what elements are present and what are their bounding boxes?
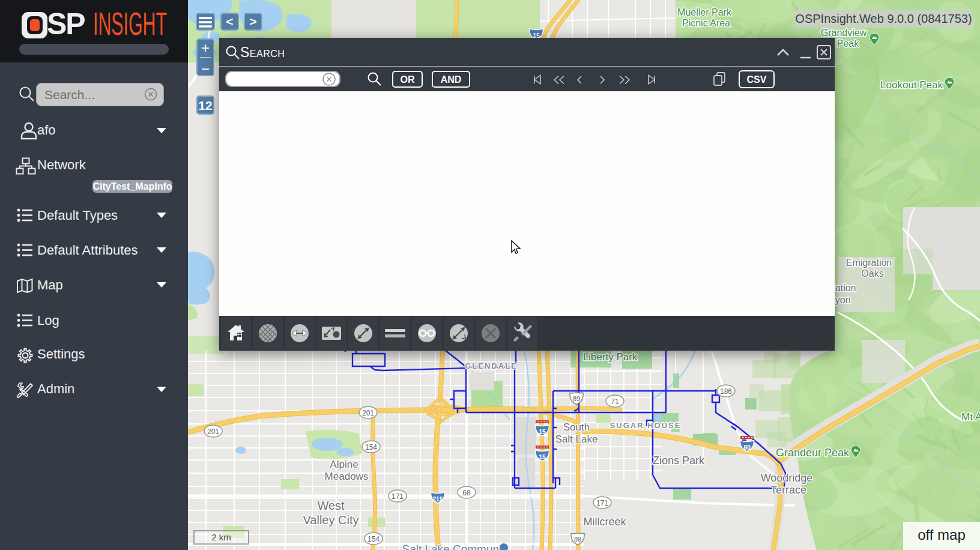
svg-text:West: West xyxy=(317,499,345,512)
svg-text:Zions Park: Zions Park xyxy=(653,455,705,467)
svg-text:215: 215 xyxy=(432,495,443,503)
svg-text:Meadows: Meadows xyxy=(325,471,369,482)
svg-text:186: 186 xyxy=(720,387,732,396)
svg-text:Grandview: Grandview xyxy=(821,28,867,38)
svg-text:68: 68 xyxy=(462,489,471,497)
svg-text:Terrace: Terrace xyxy=(770,484,806,496)
svg-text:15: 15 xyxy=(539,453,546,461)
svg-text:89: 89 xyxy=(574,536,581,543)
svg-text:201: 201 xyxy=(362,409,374,417)
svg-text:171: 171 xyxy=(596,499,608,507)
svg-text:Salt Lake Communit: Salt Lake Communit xyxy=(402,543,505,550)
svg-text:15: 15 xyxy=(539,428,546,435)
svg-text:Oaks: Oaks xyxy=(861,268,883,279)
svg-text:201: 201 xyxy=(207,428,219,436)
svg-text:Millcreek: Millcreek xyxy=(583,516,626,528)
svg-text:Lookout Peak: Lookout Peak xyxy=(880,79,943,91)
svg-text:Emigration: Emigration xyxy=(846,258,892,268)
svg-text:154: 154 xyxy=(365,443,377,452)
svg-text:Woodridge: Woodridge xyxy=(761,472,813,484)
svg-text:South: South xyxy=(563,422,590,433)
svg-text:Picnic Area: Picnic Area xyxy=(682,18,730,28)
svg-text:Liberty Park: Liberty Park xyxy=(583,351,638,363)
svg-text:71: 71 xyxy=(611,397,619,406)
svg-text:171: 171 xyxy=(392,492,404,501)
svg-text:154: 154 xyxy=(368,535,380,543)
svg-text:SP: SP xyxy=(47,8,85,41)
svg-text:Mt A: Mt A xyxy=(961,411,980,423)
svg-text:Grandeur Peak: Grandeur Peak xyxy=(776,447,850,459)
svg-text:Mueller Park: Mueller Park xyxy=(677,7,732,17)
svg-text:Valley City: Valley City xyxy=(303,513,359,527)
svg-text:80: 80 xyxy=(743,444,751,451)
svg-text:INSIGHT: INSIGHT xyxy=(93,8,167,41)
svg-text:SUGAR HOUSE: SUGAR HOUSE xyxy=(610,421,682,430)
svg-text:GLENDALE: GLENDALE xyxy=(465,361,518,370)
svg-text:89: 89 xyxy=(573,395,580,402)
svg-text:Salt Lake: Salt Lake xyxy=(555,434,598,445)
svg-text:Alpine: Alpine xyxy=(330,459,358,470)
